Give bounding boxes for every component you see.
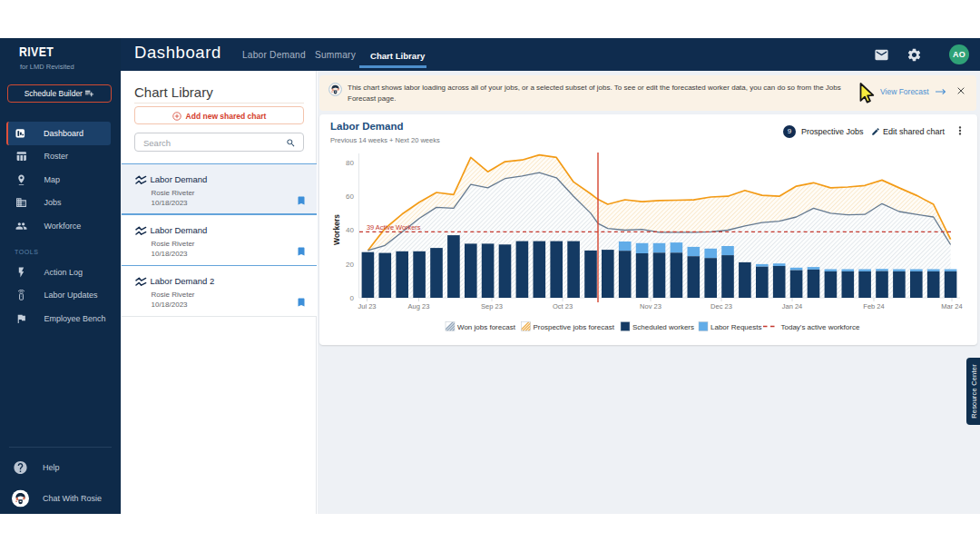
svg-text:Scheduled workers: Scheduled workers (632, 323, 694, 331)
svg-text:Jan 24: Jan 24 (782, 302, 803, 310)
svg-text:40: 40 (346, 226, 354, 234)
svg-text:20: 20 (346, 261, 354, 269)
svg-text:Nov 23: Nov 23 (640, 302, 662, 310)
svg-text:Feb 24: Feb 24 (863, 302, 884, 310)
svg-text:Mar 24: Mar 24 (941, 302, 962, 310)
svg-text:Dec 23: Dec 23 (710, 302, 732, 310)
svg-text:Labor Requests: Labor Requests (710, 323, 761, 331)
svg-text:Prospective jobs forecast: Prospective jobs forecast (534, 323, 615, 331)
svg-text:Workers: Workers (332, 214, 341, 245)
svg-text:Jul 23: Jul 23 (358, 302, 376, 310)
svg-text:Aug 23: Aug 23 (408, 302, 430, 310)
svg-text:0: 0 (350, 294, 355, 302)
svg-text:80: 80 (346, 159, 354, 167)
svg-text:Oct 23: Oct 23 (553, 302, 573, 310)
svg-text:Sep 23: Sep 23 (481, 302, 503, 310)
svg-text:60: 60 (346, 192, 354, 201)
svg-text:39 Active Workers: 39 Active Workers (367, 223, 421, 232)
svg-text:Today's active workforce: Today's active workforce (781, 323, 860, 331)
svg-text:Won jobs forecast: Won jobs forecast (457, 323, 516, 331)
